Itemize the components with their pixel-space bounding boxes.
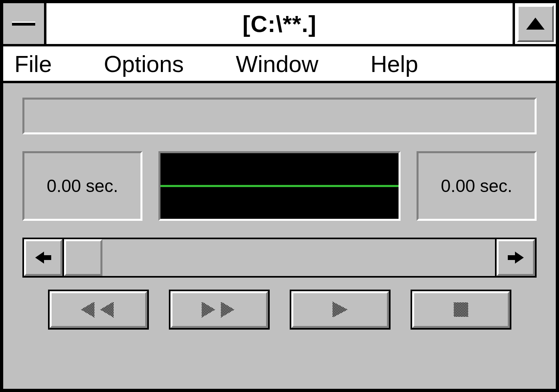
svg-marker-2 [508, 252, 524, 264]
system-menu-button[interactable] [3, 3, 46, 44]
playback-controls [22, 290, 537, 330]
menu-bar: File Options Window Help [3, 46, 556, 83]
window-title: [C:\**.] [46, 3, 513, 44]
position-readout: 0.00 sec. [22, 151, 142, 221]
filename-field [22, 98, 537, 134]
svg-marker-10 [333, 302, 348, 318]
svg-marker-1 [35, 252, 51, 264]
system-menu-icon [12, 22, 35, 26]
fast-forward-button[interactable] [169, 290, 270, 330]
seek-scrollbar[interactable] [22, 238, 537, 278]
arrow-left-icon [35, 251, 51, 264]
menu-file[interactable]: File [14, 50, 52, 77]
client-area: 0.00 sec. 0.00 sec. [3, 83, 556, 389]
scroll-track[interactable] [102, 239, 495, 276]
length-readout: 0.00 sec. [417, 151, 537, 221]
play-icon [330, 301, 350, 318]
maximize-icon [526, 18, 545, 30]
menu-options[interactable]: Options [104, 50, 184, 77]
scroll-thumb[interactable] [64, 239, 102, 276]
fast-forward-icon [200, 301, 238, 318]
maximize-button[interactable] [513, 3, 556, 44]
svg-marker-9 [221, 302, 234, 318]
svg-marker-6 [81, 302, 94, 318]
title-bar: [C:\**.] [3, 3, 556, 46]
stop-icon [452, 301, 470, 318]
rewind-button[interactable] [48, 290, 149, 330]
rewind-icon [79, 301, 118, 318]
svg-rect-11 [454, 302, 468, 317]
play-button[interactable] [290, 290, 391, 330]
scroll-right-button[interactable] [497, 239, 535, 276]
length-value: 0.00 sec. [441, 176, 513, 196]
stop-button[interactable] [411, 290, 511, 330]
display-row: 0.00 sec. 0.00 sec. [22, 151, 537, 221]
svg-marker-7 [100, 302, 114, 318]
app-window: [C:\**.] File Options Window Help 0.00 s… [0, 0, 559, 392]
waveform-display [158, 151, 401, 221]
waveform-line [160, 185, 399, 187]
svg-marker-8 [202, 302, 215, 318]
position-value: 0.00 sec. [47, 176, 118, 196]
scroll-left-button[interactable] [24, 239, 62, 276]
menu-help[interactable]: Help [371, 50, 418, 77]
arrow-right-icon [508, 251, 524, 264]
svg-marker-0 [526, 18, 545, 30]
menu-window[interactable]: Window [236, 50, 318, 77]
